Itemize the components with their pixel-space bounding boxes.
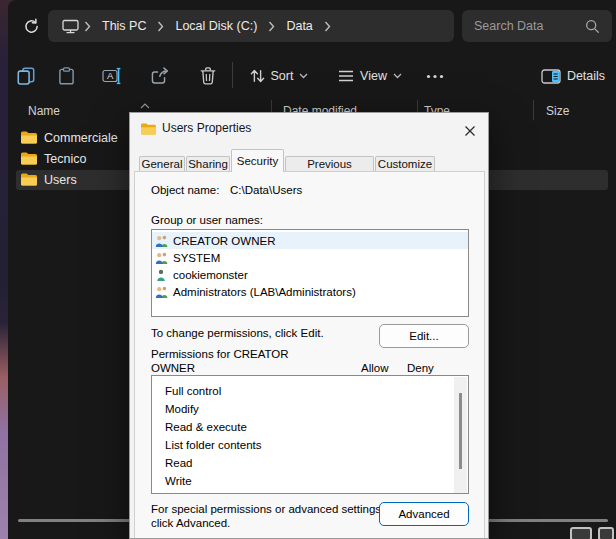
users-properties-dialog: Users Properties General Sharing Securit… bbox=[129, 112, 489, 539]
edit-hint: To change permissions, click Edit. bbox=[151, 327, 324, 339]
tab-customize[interactable]: Customize bbox=[375, 156, 435, 171]
details-view-toggle-icon[interactable] bbox=[570, 527, 592, 539]
permissions-label-line1: Permissions for CREATOR bbox=[151, 348, 289, 360]
permission-row[interactable]: Full control bbox=[152, 382, 468, 400]
refresh-icon bbox=[23, 18, 40, 35]
chevron-down-icon bbox=[393, 73, 402, 79]
group-list-label: Group or user names: bbox=[151, 214, 263, 226]
object-name-value: C:\Data\Users bbox=[230, 184, 302, 196]
desktop: This PC Local Disk (C:) Data Search Data bbox=[0, 0, 616, 539]
breadcrumb-data[interactable]: Data bbox=[280, 19, 318, 33]
this-pc-icon bbox=[48, 19, 79, 34]
search-placeholder: Search Data bbox=[462, 19, 585, 33]
group-name: SYSTEM bbox=[173, 252, 220, 264]
permissions-listbox[interactable]: Full control Modify Read & execute List … bbox=[151, 375, 469, 494]
view-icon bbox=[338, 69, 354, 83]
refresh-button[interactable] bbox=[20, 14, 42, 38]
more-icon bbox=[426, 74, 444, 79]
folder-icon bbox=[20, 130, 37, 148]
view-button[interactable]: View bbox=[330, 62, 410, 90]
breadcrumb-this-pc[interactable]: This PC bbox=[96, 19, 152, 33]
permission-row[interactable]: Special permissions bbox=[152, 490, 468, 494]
group-user-listbox[interactable]: CREATOR OWNER SYSTEM cookiemonster bbox=[151, 229, 469, 317]
advanced-hint-line1: For special permissions or advanced sett… bbox=[151, 503, 384, 515]
permission-row[interactable]: List folder contents bbox=[152, 436, 468, 454]
group-name: Administrators (LAB\Administrators) bbox=[173, 286, 356, 298]
column-header-name[interactable]: Name bbox=[28, 102, 60, 120]
rename-button[interactable]: A bbox=[94, 62, 130, 90]
deny-column-label: Deny bbox=[407, 362, 434, 374]
permission-row[interactable]: Read bbox=[152, 454, 468, 472]
file-row-tecnico[interactable]: Tecnico bbox=[44, 149, 86, 169]
folder-icon bbox=[140, 122, 156, 137]
permissions-label-line2: OWNER bbox=[151, 362, 195, 374]
view-label: View bbox=[360, 69, 387, 83]
chevron-right-icon bbox=[79, 21, 96, 32]
group-name: CREATOR OWNER bbox=[173, 235, 275, 247]
column-divider[interactable] bbox=[533, 100, 534, 120]
sort-icon bbox=[250, 69, 265, 83]
thumbnail-view-toggle-icon[interactable] bbox=[598, 527, 614, 539]
permissions-scrollbar[interactable] bbox=[454, 377, 467, 494]
user-icon bbox=[155, 269, 169, 281]
search-input[interactable]: Search Data bbox=[462, 10, 612, 42]
sort-button[interactable]: Sort bbox=[242, 62, 316, 90]
user-name: cookiemonster bbox=[173, 269, 248, 281]
group-icon bbox=[155, 286, 169, 298]
sort-label: Sort bbox=[271, 69, 294, 83]
details-pane-button[interactable]: Details bbox=[534, 62, 612, 90]
list-item[interactable]: Administrators (LAB\Administrators) bbox=[152, 283, 468, 300]
object-name-label: Object name: bbox=[151, 184, 219, 196]
chevron-right-icon bbox=[152, 21, 169, 32]
svg-text:A: A bbox=[107, 70, 114, 81]
address-bar[interactable]: This PC Local Disk (C:) Data bbox=[48, 10, 454, 42]
copy-button[interactable] bbox=[8, 62, 44, 90]
scrollbar-thumb[interactable] bbox=[459, 393, 462, 469]
tab-sharing[interactable]: Sharing bbox=[186, 156, 230, 171]
group-icon bbox=[155, 252, 169, 264]
share-icon bbox=[151, 67, 169, 85]
chevron-right-icon bbox=[263, 21, 280, 32]
tab-previous-versions[interactable]: Previous Versions bbox=[285, 156, 374, 171]
list-item[interactable]: SYSTEM bbox=[152, 249, 468, 266]
sort-ascending-icon bbox=[140, 95, 150, 113]
permission-row[interactable]: Modify bbox=[152, 400, 468, 418]
advanced-button[interactable]: Advanced bbox=[379, 502, 469, 526]
rename-icon: A bbox=[102, 67, 122, 85]
paste-icon bbox=[58, 67, 75, 85]
allow-column-label: Allow bbox=[361, 362, 388, 374]
dialog-title: Users Properties bbox=[162, 121, 251, 135]
delete-icon bbox=[200, 67, 216, 85]
file-row-users[interactable]: Users bbox=[44, 170, 77, 190]
file-row-commerciale[interactable]: Commerciale bbox=[44, 128, 118, 148]
search-icon bbox=[585, 19, 612, 34]
chevron-down-icon bbox=[299, 73, 308, 79]
tab-general[interactable]: General bbox=[139, 156, 185, 171]
column-header-size[interactable]: Size bbox=[546, 102, 569, 120]
list-item[interactable]: CREATOR OWNER bbox=[152, 232, 468, 249]
details-label: Details bbox=[567, 69, 605, 83]
delete-button[interactable] bbox=[190, 62, 226, 90]
tab-security[interactable]: Security bbox=[231, 149, 284, 172]
edit-button[interactable]: Edit... bbox=[379, 324, 469, 348]
list-item[interactable]: cookiemonster bbox=[152, 266, 468, 283]
permission-row[interactable]: Read & execute bbox=[152, 418, 468, 436]
security-tab-page: Object name: C:\Data\Users Group or user… bbox=[134, 171, 485, 539]
permission-row[interactable]: Write bbox=[152, 472, 468, 490]
details-pane-icon bbox=[541, 69, 561, 84]
more-button[interactable] bbox=[418, 62, 452, 90]
copy-icon bbox=[17, 67, 35, 85]
close-icon bbox=[464, 125, 476, 137]
share-button[interactable] bbox=[142, 62, 178, 90]
paste-button[interactable] bbox=[48, 62, 84, 90]
folder-icon bbox=[20, 151, 37, 169]
toolbar-divider bbox=[232, 62, 233, 88]
breadcrumb-local-disk-c[interactable]: Local Disk (C:) bbox=[169, 19, 263, 33]
advanced-hint-line2: click Advanced. bbox=[151, 517, 230, 529]
folder-icon bbox=[20, 172, 37, 190]
chevron-right-icon bbox=[319, 21, 336, 32]
close-button[interactable] bbox=[458, 119, 482, 143]
group-icon bbox=[155, 235, 169, 247]
